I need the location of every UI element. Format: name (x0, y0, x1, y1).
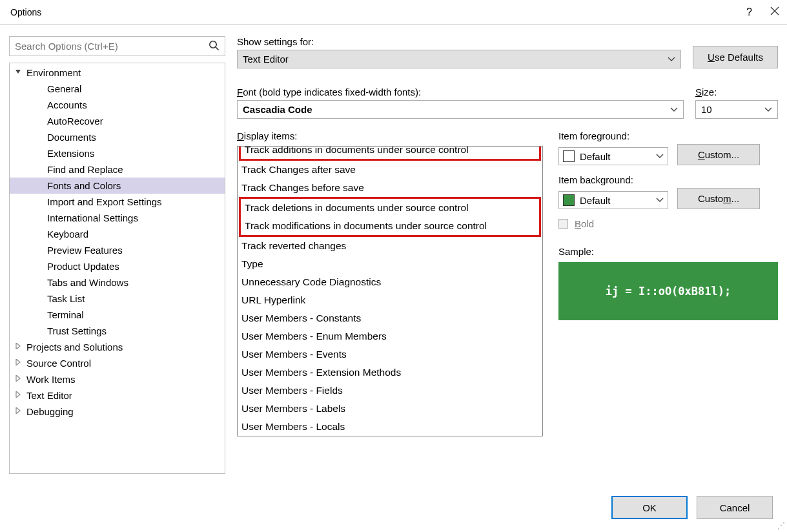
list-item[interactable]: Track Changes before save (238, 179, 542, 197)
bold-label: Bold (575, 218, 594, 229)
tree-item-label: Work Items (26, 374, 76, 385)
tree-item[interactable]: Import and Export Settings (10, 194, 225, 210)
search-input[interactable] (10, 37, 225, 56)
tree-item[interactable]: Preview Features (10, 242, 225, 258)
sample-preview: ij = I::oO(0xB81l); (558, 262, 778, 320)
item-background-value: Default (580, 195, 611, 206)
list-item[interactable]: URL Hyperlink (238, 291, 542, 309)
list-item[interactable]: User Members - Events (238, 345, 542, 363)
list-item[interactable]: User Members - Fields (238, 382, 542, 400)
svg-marker-8 (16, 391, 20, 398)
tree-item[interactable]: Projects and Solutions (10, 339, 225, 355)
cancel-button[interactable]: Cancel (697, 496, 773, 519)
item-background-label: Item background: (558, 174, 778, 185)
bold-checkbox[interactable] (558, 219, 568, 229)
tree-item[interactable]: Terminal (10, 307, 225, 323)
foreground-swatch (563, 150, 575, 162)
item-foreground-combo[interactable]: Default (558, 147, 668, 165)
help-button[interactable]: ? (746, 6, 752, 18)
left-panel: EnvironmentGeneralAccountsAutoRecoverDoc… (9, 36, 225, 474)
tree-item[interactable]: Tabs and Windows (10, 274, 225, 291)
tree-item-label: Text Editor (26, 390, 72, 401)
tree-item[interactable]: Source Control (10, 355, 225, 371)
list-item[interactable]: Type (238, 255, 542, 273)
item-background-combo[interactable]: Default (558, 191, 668, 209)
background-custom-button[interactable]: Custom... (677, 188, 760, 209)
tree-item-label: Trust Settings (47, 325, 107, 336)
tree-item-label: Environment (26, 67, 81, 78)
list-item[interactable]: Unnecessary Code Diagnostics (238, 273, 542, 291)
search-box[interactable] (9, 36, 225, 56)
tree-item[interactable]: Keyboard (10, 226, 225, 242)
tree-item[interactable]: Environment (10, 65, 225, 81)
chevron-down-icon (670, 107, 678, 112)
show-settings-combo[interactable]: Text Editor (237, 50, 681, 68)
size-label: Size: (695, 87, 778, 97)
tree-item[interactable]: International Settings (10, 210, 225, 226)
caret-right-icon (15, 359, 21, 365)
svg-marker-4 (15, 70, 21, 74)
tree-item-label: Import and Export Settings (47, 196, 162, 207)
list-item[interactable]: Track additions in documents under sourc… (241, 146, 539, 159)
bold-checkbox-row: Bold (558, 218, 778, 229)
dialog-footer: OK Cancel (0, 483, 787, 532)
tree-item[interactable]: Trust Settings (10, 323, 225, 339)
list-item[interactable]: Track reverted changes (238, 237, 542, 255)
tree-item-label: General (47, 83, 81, 94)
options-tree[interactable]: EnvironmentGeneralAccountsAutoRecoverDoc… (9, 63, 225, 474)
svg-marker-9 (16, 407, 20, 414)
size-combo[interactable]: 10 (695, 100, 778, 119)
use-defaults-button[interactable]: Use Defaults (693, 46, 778, 68)
title-bar: Options ? (0, 0, 787, 25)
tree-item-label: Keyboard (47, 229, 88, 240)
tree-item[interactable]: Documents (10, 129, 225, 145)
display-items-listbox[interactable]: Tracepoint (Error)Tracepoint (Warning)Tr… (237, 146, 543, 436)
tree-item[interactable]: Accounts (10, 97, 225, 113)
background-swatch (563, 194, 575, 206)
chevron-down-icon (656, 198, 664, 203)
caret-down-icon (15, 68, 21, 75)
list-item[interactable]: User Members - Labels (238, 400, 542, 418)
list-item[interactable]: User Members - Enum Members (238, 327, 542, 345)
caret-right-icon (15, 391, 21, 398)
window-controls: ? (746, 6, 779, 18)
list-item[interactable]: User Members - Constants (238, 309, 542, 327)
list-item[interactable]: User Members - Extension Methods (238, 363, 542, 382)
list-item[interactable]: User Members - Locals (238, 418, 542, 436)
tree-item-label: AutoRecover (47, 116, 103, 127)
window-title: Options (10, 7, 41, 17)
tree-item[interactable]: Task List (10, 291, 225, 307)
show-settings-label: Show settings for: (237, 36, 681, 47)
tree-item-label: Extensions (47, 148, 94, 159)
size-value: 10 (701, 104, 712, 115)
svg-marker-6 (16, 359, 20, 365)
tree-item-label: Tabs and Windows (47, 277, 128, 288)
tree-item-label: Debugging (26, 406, 74, 417)
close-button[interactable] (770, 6, 779, 18)
font-combo[interactable]: Cascadia Code (237, 100, 684, 119)
resize-grip[interactable]: ⋰ (777, 521, 785, 530)
tree-item-label: Task List (47, 293, 85, 304)
tree-item-label: Source Control (26, 358, 91, 369)
search-icon (209, 40, 220, 53)
tree-item-label: Terminal (47, 309, 84, 320)
tree-item[interactable]: Debugging (10, 404, 225, 420)
tree-item[interactable]: Find and Replace (10, 161, 225, 178)
tree-item-label: Preview Features (47, 245, 123, 256)
list-item[interactable]: Track Changes after save (238, 161, 542, 179)
tree-item[interactable]: Work Items (10, 371, 225, 387)
tree-item[interactable]: Extensions (10, 145, 225, 161)
font-value: Cascadia Code (243, 104, 312, 115)
tree-item[interactable]: General (10, 81, 225, 97)
ok-button[interactable]: OK (611, 496, 688, 519)
caret-right-icon (15, 343, 21, 349)
tree-item[interactable]: Fonts and Colors (10, 178, 225, 194)
tree-item[interactable]: AutoRecover (10, 113, 225, 129)
right-panel: Show settings for: Text Editor Use Defau… (237, 36, 778, 474)
tree-item[interactable]: Text Editor (10, 387, 225, 404)
foreground-custom-button[interactable]: Custom... (677, 144, 760, 165)
list-item[interactable]: Track deletions in documents under sourc… (241, 199, 539, 217)
list-item[interactable]: Track modifications in documents under s… (241, 217, 539, 235)
chevron-down-icon (764, 107, 772, 112)
tree-item[interactable]: Product Updates (10, 258, 225, 274)
